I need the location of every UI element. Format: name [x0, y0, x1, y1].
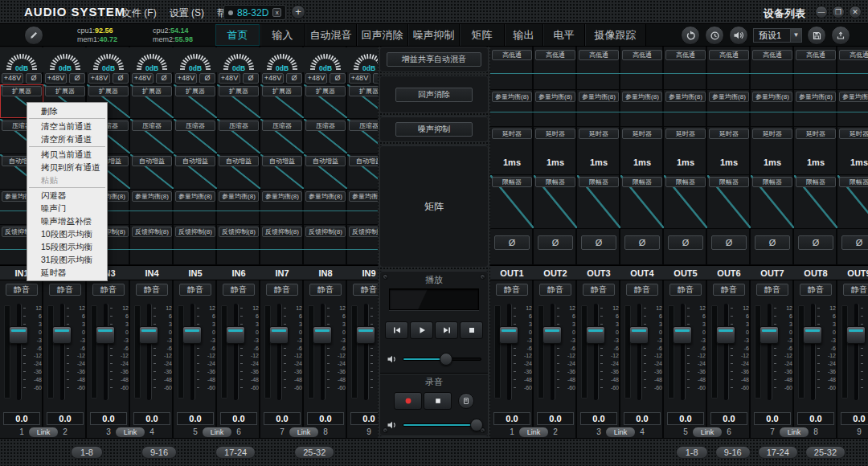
- phase-button[interactable]: Ø: [156, 73, 172, 84]
- module-button[interactable]: 限幅器: [579, 177, 619, 187]
- channel-fader[interactable]: 12630-3-6-12-24-36-48-60: [664, 297, 707, 410]
- phase-button[interactable]: Ø: [494, 235, 530, 250]
- module-button[interactable]: 参量均衡(8): [219, 191, 259, 202]
- fader-track[interactable]: [277, 304, 281, 400]
- module-4[interactable]: 参量均衡(8): [347, 190, 378, 225]
- link-button[interactable]: Link: [692, 427, 723, 438]
- menu-item-7[interactable]: 闪避器: [27, 189, 107, 202]
- mute-button[interactable]: 静音: [669, 284, 702, 296]
- module-1[interactable]: 高低通: [664, 48, 707, 90]
- phantom-48v-button[interactable]: +48V: [349, 73, 371, 84]
- nav-tab-5[interactable]: 噪声抑制: [408, 24, 460, 46]
- module-1[interactable]: 高低通: [620, 48, 664, 90]
- mute-button[interactable]: 静音: [136, 284, 168, 296]
- master-volume-button[interactable]: [729, 26, 748, 45]
- fader-track[interactable]: [364, 304, 368, 400]
- channel-fader[interactable]: 12630-3-6-12-24-36-48-60: [174, 297, 217, 410]
- module-4[interactable]: 参量均衡(8): [174, 190, 217, 225]
- phase-button[interactable]: Ø: [668, 235, 703, 250]
- menu-settings[interactable]: 设置 (S): [170, 6, 204, 20]
- menu-item-1[interactable]: 删除: [27, 104, 107, 117]
- playback-volume-knob[interactable]: [440, 353, 452, 366]
- module-5[interactable]: 反馈抑制(8): [304, 225, 347, 265]
- output-page-9-16[interactable]: 9-16: [715, 446, 751, 459]
- echo-cancel-button[interactable]: 回声消除: [395, 88, 473, 102]
- module-button[interactable]: 高低通: [622, 50, 662, 60]
- fader-handle[interactable]: [542, 326, 562, 344]
- fader-track[interactable]: [104, 304, 108, 400]
- fader-handle[interactable]: [52, 326, 72, 344]
- nav-tab-7[interactable]: 输出: [505, 24, 543, 46]
- fader-handle[interactable]: [673, 326, 692, 344]
- module-3[interactable]: 自动增益: [260, 154, 304, 190]
- module-button[interactable]: 压缩器: [132, 121, 172, 131]
- device-tab[interactable]: 88-32D x: [223, 5, 286, 20]
- module-button[interactable]: 延时器: [665, 129, 706, 139]
- module-button[interactable]: 延时器: [535, 129, 575, 139]
- phase-button[interactable]: Ø: [798, 235, 833, 250]
- module-button[interactable]: 高低通: [579, 50, 619, 60]
- module-2[interactable]: 参量均衡(8): [534, 90, 577, 127]
- stop-button[interactable]: [460, 321, 483, 339]
- module-2[interactable]: 压缩器: [130, 119, 174, 154]
- module-2[interactable]: 参量均衡(8): [664, 90, 707, 127]
- device-tab-close-icon[interactable]: x: [272, 8, 281, 17]
- channel-fader[interactable]: 12630-3-6-12-24-36-48-60: [751, 297, 794, 410]
- automix-button[interactable]: 增益共享自动混音: [387, 52, 481, 67]
- module-1[interactable]: 高低通: [490, 48, 534, 90]
- undo-button[interactable]: [681, 26, 700, 45]
- mute-button[interactable]: 静音: [353, 284, 378, 296]
- channel-fader[interactable]: 12630-3-6-12-24-36-48-60: [347, 297, 378, 410]
- module-2[interactable]: 参量均衡(8): [751, 90, 794, 127]
- input-gauge[interactable]: 0dB: [87, 47, 130, 72]
- nav-tab-2[interactable]: 输入: [260, 24, 305, 46]
- export-preset-button[interactable]: [831, 26, 850, 45]
- close-button[interactable]: ✕: [849, 6, 862, 18]
- module-button[interactable]: 高低通: [665, 50, 706, 60]
- channel-fader[interactable]: 12630-3-6-12-24-36-48-60: [304, 297, 347, 410]
- nav-tab-3[interactable]: 自动混音: [305, 24, 357, 46]
- channel-fader[interactable]: 12630-3-6-12-24-36-48-60: [794, 297, 837, 410]
- module-button[interactable]: 高低通: [535, 50, 575, 60]
- module-button[interactable]: 反馈抑制(8): [349, 227, 378, 237]
- menu-item-8[interactable]: 噪声门: [27, 202, 107, 215]
- menu-item-12[interactable]: 31段图示均衡: [27, 253, 107, 266]
- module-2[interactable]: 参量均衡(8): [620, 90, 664, 127]
- module-2[interactable]: 参量均衡(8): [577, 90, 620, 127]
- menu-item-13[interactable]: 延时器: [27, 266, 107, 279]
- module-1[interactable]: 高低通: [794, 48, 837, 90]
- module-2[interactable]: 压缩器: [217, 119, 260, 154]
- edit-button[interactable]: [24, 26, 43, 45]
- module-button[interactable]: 高低通: [709, 50, 749, 60]
- module-2[interactable]: 参量均衡(8): [794, 90, 837, 127]
- fader-handle[interactable]: [846, 326, 866, 344]
- history-button[interactable]: [705, 26, 724, 45]
- module-button[interactable]: 参量均衡(8): [665, 92, 706, 102]
- record-volume-knob[interactable]: [470, 419, 483, 431]
- module-button[interactable]: 参量均衡(8): [839, 92, 868, 102]
- fader-track[interactable]: [724, 304, 728, 400]
- module-4[interactable]: 参量均衡(8): [260, 190, 304, 225]
- module-button[interactable]: 扩展器: [219, 86, 259, 96]
- fader-handle[interactable]: [226, 326, 245, 344]
- mute-button[interactable]: 静音: [583, 284, 615, 296]
- input-gauge[interactable]: 0dB: [260, 47, 304, 72]
- maximize-button[interactable]: ❐: [832, 6, 845, 18]
- input-page-25-32[interactable]: 25-32: [294, 446, 334, 459]
- fader-track[interactable]: [321, 304, 325, 400]
- module-button[interactable]: 限幅器: [492, 177, 532, 187]
- module-1[interactable]: 高低通: [751, 48, 794, 90]
- menu-item-10[interactable]: 10段图示均衡: [27, 227, 107, 240]
- phantom-48v-button[interactable]: +48V: [219, 73, 240, 84]
- module-button[interactable]: 压缩器: [175, 121, 215, 131]
- module-3[interactable]: 延时器1ms: [837, 127, 868, 175]
- mute-button[interactable]: 静音: [223, 284, 255, 296]
- next-track-button[interactable]: [435, 321, 458, 339]
- module-3[interactable]: 延时器1ms: [534, 127, 577, 175]
- menu-item-5[interactable]: 拷贝到所有通道: [27, 161, 107, 174]
- phase-button[interactable]: Ø: [243, 73, 259, 84]
- module-3[interactable]: 延时器1ms: [490, 127, 534, 175]
- module-4[interactable]: 限幅器: [620, 175, 664, 229]
- nav-tab-9[interactable]: 摄像跟踪: [585, 24, 646, 46]
- phantom-48v-button[interactable]: +48V: [132, 73, 154, 84]
